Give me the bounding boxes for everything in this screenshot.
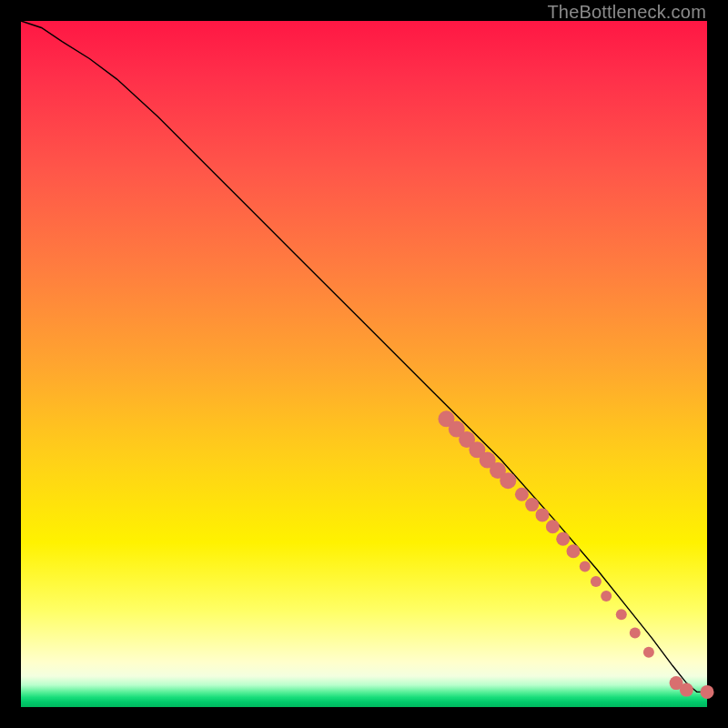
data-point [591,576,602,587]
data-point [525,498,539,511]
data-point [536,508,550,521]
data-point [515,488,529,501]
data-point [630,628,641,639]
data-point [643,647,654,658]
data-point [546,520,560,533]
data-point [500,472,516,489]
data-points-group [439,410,714,699]
data-point [616,609,627,620]
data-point [680,683,693,697]
data-point [567,544,581,558]
data-point [601,591,612,602]
watermark-text: TheBottleneck.com [547,2,706,23]
chart-overlay [21,21,707,707]
data-point [580,561,591,571]
data-point [556,532,570,546]
figure-frame: TheBottleneck.com [0,0,728,728]
data-point [701,685,714,699]
